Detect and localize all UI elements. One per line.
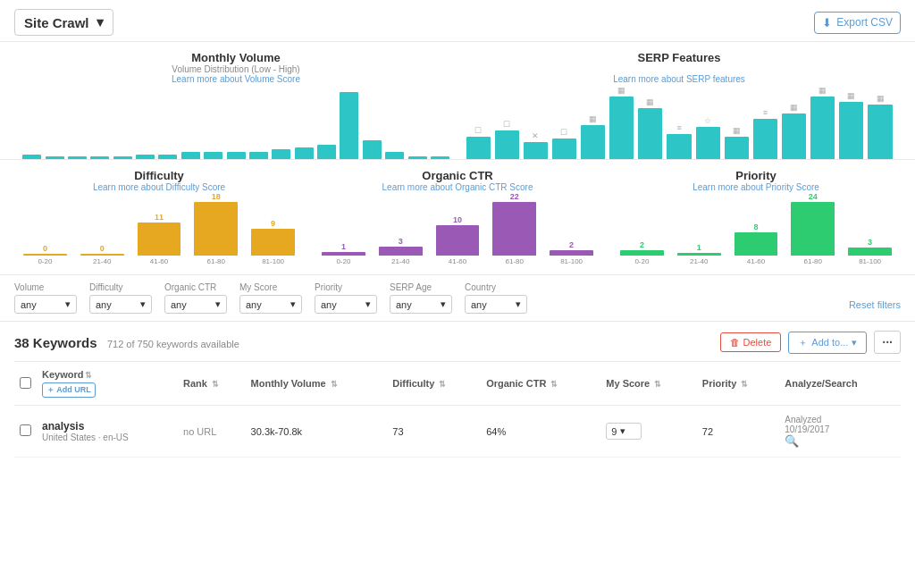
- monthly-volume-bar: [157, 155, 178, 159]
- serp-icon: ▦: [646, 97, 654, 106]
- difficulty-cell: 73: [387, 406, 481, 458]
- bar-label: 81-100: [262, 257, 284, 265]
- monthly-volume-bar: [21, 155, 42, 159]
- chevron-down-icon: ▾: [852, 337, 857, 349]
- site-crawl-dropdown[interactable]: Site Crawl ▾: [14, 9, 113, 36]
- serp-bar: ☐: [550, 128, 577, 159]
- volume-filter-select[interactable]: any ▾: [14, 295, 77, 314]
- my-score-value: 9: [611, 426, 617, 437]
- organic-ctr-cell: 64%: [481, 406, 600, 458]
- my-score-filter-select[interactable]: any ▾: [239, 295, 302, 314]
- country-filter-select[interactable]: any ▾: [465, 295, 527, 314]
- monthly-volume-title: Monthly Volume: [21, 51, 450, 64]
- bar: 22 61-80: [487, 192, 541, 265]
- serp-icon: ▦: [589, 114, 597, 123]
- delete-button[interactable]: 🗑 Delete: [720, 332, 782, 352]
- add-to-button[interactable]: ＋ Add to... ▾: [788, 332, 867, 354]
- serp-age-filter-label: SERP Age: [390, 282, 452, 292]
- keywords-table-container: Keyword⇅ ＋ Add URL Rank ⇅ Monthly Volume…: [0, 361, 915, 458]
- add-url-badge[interactable]: ＋ Add URL: [42, 382, 96, 398]
- difficulty-filter-select[interactable]: any ▾: [89, 295, 152, 314]
- bar-label: 61-80: [207, 257, 225, 265]
- keyword-value: analysis: [42, 420, 172, 433]
- select-all-checkbox[interactable]: [20, 377, 31, 389]
- bar-count: 2: [569, 240, 574, 249]
- keyword-sort-icon[interactable]: ⇅: [85, 371, 92, 380]
- serp-age-filter-select[interactable]: any ▾: [390, 295, 452, 314]
- reset-filters-button[interactable]: Reset filters: [849, 299, 901, 314]
- priority-filter-value: any: [321, 299, 362, 310]
- bar-label: 81-100: [560, 257, 583, 265]
- bar-count: 0: [100, 244, 105, 253]
- serp-bar: ▦: [838, 91, 865, 159]
- header: Site Crawl ▾ ⬇ Export CSV: [0, 0, 915, 42]
- dropdown-arrow-icon: ▾: [97, 14, 104, 30]
- ms-sort-icon[interactable]: ⇅: [654, 380, 661, 389]
- mv-sort-icon[interactable]: ⇅: [331, 380, 338, 389]
- my-score-cell: 9 ▾: [600, 406, 697, 458]
- keywords-count-section: 38 Keywords 712 of 750 keywords availabl…: [14, 335, 239, 350]
- serp-icon: ≡: [763, 108, 768, 117]
- export-icon: ⬇: [822, 16, 832, 29]
- serp-link[interactable]: Learn more about SERP features: [465, 74, 894, 84]
- monthly-volume-bar: [44, 156, 64, 159]
- my-score-dropdown[interactable]: 9 ▾: [606, 423, 642, 440]
- bar: 1 0-20: [316, 242, 371, 265]
- bar-label: 0-20: [38, 257, 52, 265]
- monthly-volume-chart: Monthly Volume Volume Distribution (Low …: [14, 51, 458, 159]
- serp-bar: ▦: [867, 94, 894, 159]
- bar-label: 21-40: [391, 257, 409, 265]
- keywords-table: Keyword⇅ ＋ Add URL Rank ⇅ Monthly Volume…: [14, 361, 901, 458]
- rank-cell: no URL: [178, 406, 246, 458]
- bar-count: 24: [809, 192, 818, 201]
- priority-filter: Priority any ▾: [315, 282, 377, 314]
- priority-filter-label: Priority: [315, 282, 377, 292]
- row-checkbox[interactable]: [20, 424, 31, 436]
- monthly-volume-bar: [384, 152, 405, 159]
- serp-icon: ▦: [790, 103, 798, 112]
- organic-ctr-link[interactable]: Learn more about Organic CTR Score: [316, 182, 599, 192]
- trash-icon: 🗑: [730, 337, 740, 348]
- difficulty-title: Difficulty: [18, 169, 300, 182]
- bar-count: 9: [271, 219, 275, 228]
- filters-row: Volume any ▾ Difficulty any ▾ Organic CT…: [0, 275, 915, 322]
- bar: 3 21-40: [374, 237, 428, 265]
- delete-label: Delete: [743, 337, 772, 348]
- organic-ctr-filter-label: Organic CTR: [164, 282, 227, 292]
- serp-bars: ☐☐✕☐▦▦▦≡☆▦≡▦▦▦▦: [465, 88, 894, 159]
- priority-filter-select[interactable]: any ▾: [315, 295, 377, 314]
- chevron-down-icon: ▾: [65, 298, 71, 310]
- analyzed-label: Analyzed: [785, 415, 895, 424]
- difficulty-link[interactable]: Learn more about Difficulty Score: [18, 182, 300, 192]
- bar-count: 0: [43, 244, 47, 253]
- site-crawl-label: Site Crawl: [24, 15, 89, 30]
- country-filter: Country any ▾: [465, 282, 527, 314]
- pri-sort-icon[interactable]: ⇅: [741, 380, 748, 389]
- bar: 2 0-20: [615, 240, 669, 265]
- bar-count: 1: [341, 242, 346, 251]
- organic-ctr-chart: Organic CTR Learn more about Organic CTR…: [313, 169, 602, 267]
- priority-link[interactable]: Learn more about Priority Score: [615, 182, 897, 192]
- monthly-volume-bar: [271, 149, 291, 159]
- export-csv-button[interactable]: ⬇ Export CSV: [814, 12, 901, 34]
- monthly-volume-link[interactable]: Learn more about Volume Score: [21, 74, 450, 84]
- monthly-volume-bar: [203, 152, 223, 159]
- bar: 1 21-40: [672, 243, 726, 265]
- bar: 0 0-20: [18, 244, 72, 265]
- serp-icon: ☐: [560, 128, 567, 137]
- monthly-volume-bar: [89, 156, 110, 159]
- search-icon[interactable]: 🔍: [785, 434, 799, 448]
- bar: 2 81-100: [544, 240, 599, 265]
- monthly-volume-bar: [407, 156, 427, 159]
- bar-count: 11: [155, 213, 164, 222]
- serp-features-chart: SERP Features - Learn more about SERP fe…: [458, 51, 901, 159]
- diff-sort-icon[interactable]: ⇅: [439, 380, 446, 389]
- more-options-button[interactable]: ···: [874, 331, 901, 354]
- ctr-sort-icon[interactable]: ⇅: [550, 380, 558, 389]
- monthly-volume-bar: [362, 140, 382, 159]
- rank-sort-icon[interactable]: ⇅: [212, 380, 219, 389]
- organic-ctr-filter-select[interactable]: any ▾: [164, 295, 227, 314]
- bar-label: 61-80: [804, 257, 822, 265]
- serp-subtitle: -: [465, 64, 894, 74]
- chevron-down-icon: ▾: [441, 298, 446, 310]
